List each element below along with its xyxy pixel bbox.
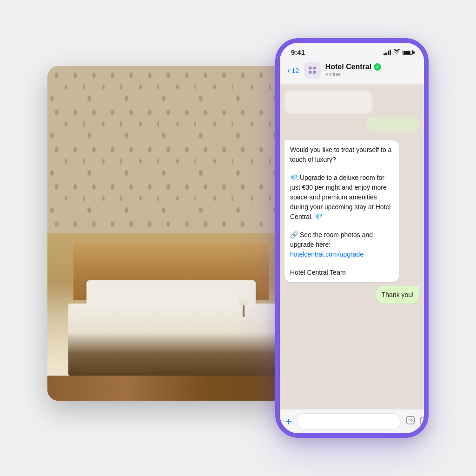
svg-point-6 <box>411 419 412 420</box>
blur-bubble-1 <box>284 90 372 113</box>
back-button[interactable]: ‹ 12 <box>287 66 299 75</box>
verified-badge-icon <box>374 63 381 71</box>
input-bar: + <box>280 409 424 433</box>
chat-messages-area: Would you like to treat yourself to a to… <box>280 85 424 409</box>
menu-icon <box>304 62 321 79</box>
floor <box>47 376 308 401</box>
back-chevron-icon: ‹ <box>287 66 290 75</box>
battery-icon <box>403 50 413 55</box>
grid-icon <box>308 66 317 75</box>
signal-icon <box>383 50 391 55</box>
wifi-icon <box>393 49 400 56</box>
status-bar: 9:41 <box>280 43 424 58</box>
camera-icon[interactable] <box>420 415 424 428</box>
back-count: 12 <box>291 66 299 74</box>
status-icons <box>383 49 413 56</box>
thank-you-text: Thank you! <box>382 291 414 298</box>
svg-rect-1 <box>313 67 316 70</box>
phone-mockup: 9:41 <box>275 38 429 438</box>
contact-name: Hotel Central <box>325 63 416 71</box>
chat-header: ‹ 12 Hotel Central onli <box>280 58 424 85</box>
incoming-message-line2: 💎 Upgrade to a deluxe room for just €30 … <box>290 173 394 222</box>
contact-status: online <box>325 71 416 78</box>
input-action-icons <box>405 415 424 428</box>
message-input[interactable] <box>297 413 401 430</box>
svg-point-7 <box>423 419 424 422</box>
scene: 9:41 <box>47 38 429 438</box>
battery-fill <box>403 51 410 54</box>
svg-rect-4 <box>407 416 415 424</box>
status-time: 9:41 <box>291 48 305 56</box>
hotel-signature: Hotel Central Team <box>290 268 394 278</box>
incoming-message-bubble: Would you like to treat yourself to a to… <box>284 140 399 282</box>
hotel-image-card <box>47 66 308 401</box>
outgoing-message-bubble: Thank you! <box>376 286 419 304</box>
upgrade-link[interactable]: hotelcentral.com/upgrade <box>290 251 364 258</box>
lamp <box>237 294 251 317</box>
blur-bubble-2 <box>365 117 419 131</box>
hotel-room-visual <box>47 66 308 401</box>
svg-point-5 <box>409 419 410 420</box>
incoming-message-line3: 🔗 See the room photos and upgrade here: … <box>290 230 394 259</box>
wallpaper <box>47 66 308 250</box>
svg-rect-3 <box>313 71 316 74</box>
svg-rect-0 <box>309 67 311 70</box>
contact-info: Hotel Central online <box>325 63 416 78</box>
phone-inner: 9:41 <box>280 43 424 433</box>
svg-rect-2 <box>309 71 311 74</box>
incoming-message-line1: Would you like to treat yourself to a to… <box>290 145 394 165</box>
bed-area <box>47 233 308 401</box>
contact-name-text: Hotel Central <box>325 63 372 71</box>
add-attachment-button[interactable]: + <box>285 415 292 429</box>
sticker-icon[interactable] <box>405 415 416 428</box>
